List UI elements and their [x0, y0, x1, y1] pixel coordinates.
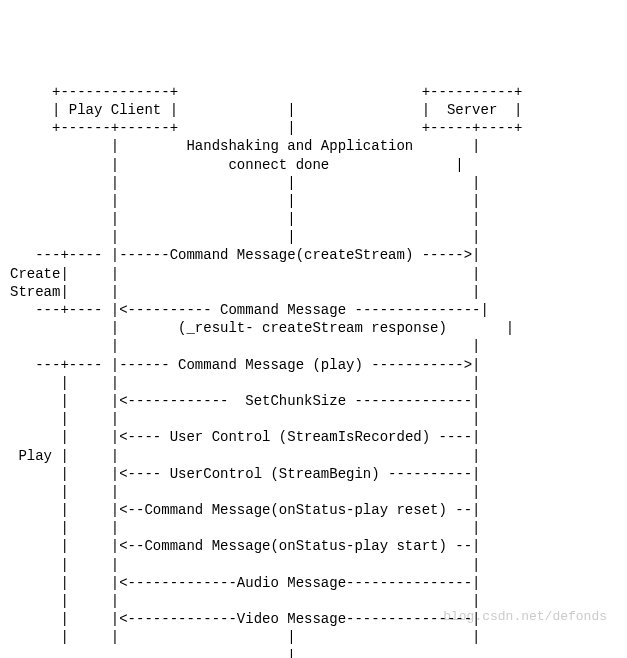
- msg-begin: UserControl (StreamBegin): [170, 466, 380, 482]
- section-create: Create: [10, 266, 60, 282]
- handshake-label-2: connect done: [228, 157, 329, 173]
- section-stream: Stream: [10, 284, 60, 300]
- msg-recorded: User Control (StreamIsRecorded): [170, 429, 430, 445]
- msg-chunk: SetChunkSize: [245, 393, 346, 409]
- sequence-diagram: +-------------+ +----------+ | Play Clie…: [10, 83, 617, 658]
- msg-reset: Command Message(onStatus-play reset): [144, 502, 446, 518]
- client-box-label: Play Client: [69, 102, 161, 118]
- msg-createstream: Command Message(createStream): [170, 247, 414, 263]
- section-play: Play: [18, 448, 52, 464]
- msg-audio: Audio Message: [237, 575, 346, 591]
- msg-play: Command Message (play): [178, 357, 363, 373]
- server-box-label: Server: [447, 102, 497, 118]
- msg-start: Command Message(onStatus-play start): [144, 538, 446, 554]
- handshake-label: Handshaking and Application: [186, 138, 413, 154]
- msg-result: Command Message: [220, 302, 346, 318]
- msg-video: Video Message: [237, 611, 346, 627]
- msg-result-detail: (_result- createStream response): [178, 320, 447, 336]
